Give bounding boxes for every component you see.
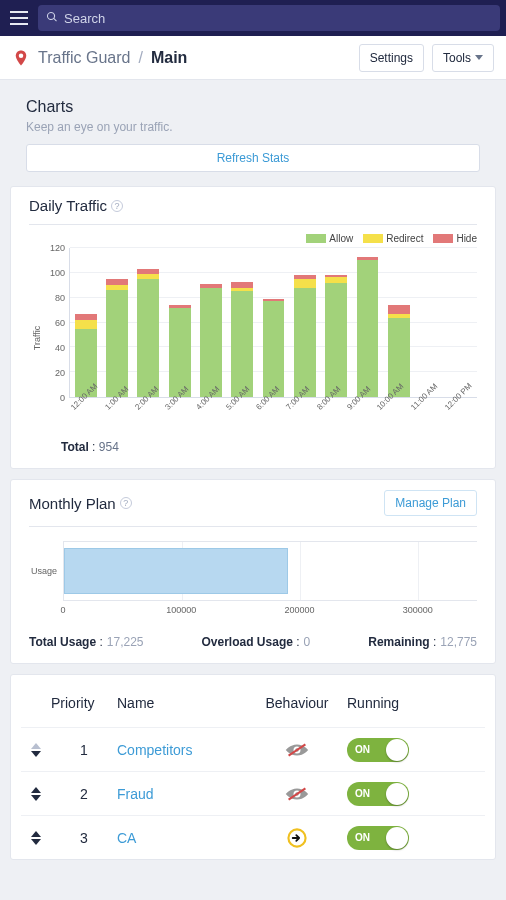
rule-name-link[interactable]: CA <box>117 830 247 846</box>
reorder-handle[interactable] <box>21 831 51 845</box>
running-toggle[interactable]: ON <box>347 782 409 806</box>
reorder-handle[interactable] <box>21 787 51 801</box>
rule-name-link[interactable]: Competitors <box>117 742 247 758</box>
breadcrumb-app[interactable]: Traffic Guard <box>38 49 130 67</box>
behaviour-icon <box>247 740 347 760</box>
settings-button[interactable]: Settings <box>359 44 424 72</box>
refresh-stats-button[interactable]: Refresh Stats <box>26 144 480 172</box>
chart-legend: AllowRedirectHide <box>29 225 477 246</box>
usage-label: Usage <box>29 541 61 601</box>
menu-icon[interactable] <box>6 5 32 31</box>
breadcrumb-separator: / <box>138 49 142 67</box>
priority-value: 3 <box>51 830 117 846</box>
col-name[interactable]: Name <box>117 695 247 711</box>
page-title: Charts <box>10 88 496 120</box>
sort-up-icon <box>31 787 41 793</box>
manage-plan-button[interactable]: Manage Plan <box>384 490 477 516</box>
rule-name-link[interactable]: Fraud <box>117 786 247 802</box>
x-tick: 100000 <box>166 605 196 615</box>
daily-traffic-card: Daily Traffic? AllowRedirectHide Traffic… <box>10 186 496 469</box>
sort-down-icon <box>31 839 41 845</box>
bar-column <box>352 248 383 397</box>
col-behaviour[interactable]: Behaviour <box>247 695 347 711</box>
legend-swatch <box>433 234 453 243</box>
y-tick: 120 <box>50 243 65 253</box>
monthly-title: Monthly Plan <box>29 495 116 512</box>
rules-table: Priority Name Behaviour Running 1 Compet… <box>10 674 496 860</box>
bar-column <box>258 248 289 397</box>
bar-redirect <box>294 279 316 288</box>
bar-column <box>101 248 132 397</box>
bar-allow <box>106 290 128 397</box>
col-running[interactable]: Running <box>347 695 485 711</box>
reorder-handle[interactable] <box>21 743 51 757</box>
running-toggle[interactable]: ON <box>347 738 409 762</box>
bar-allow <box>200 288 222 397</box>
y-tick: 0 <box>60 393 65 403</box>
toggle-knob <box>386 783 408 805</box>
bar-allow <box>169 308 191 397</box>
bar-column <box>133 248 164 397</box>
y-tick: 20 <box>55 368 65 378</box>
breadcrumb-bar: Traffic Guard / Main Settings Tools <box>0 36 506 80</box>
sort-up-icon <box>31 743 41 749</box>
bar-column <box>321 248 352 397</box>
bar-column <box>70 248 101 397</box>
bar-column <box>289 248 320 397</box>
page-subtitle: Keep an eye on your traffic. <box>10 120 496 144</box>
y-tick: 60 <box>55 318 65 328</box>
y-tick: 40 <box>55 343 65 353</box>
tools-label: Tools <box>443 51 471 65</box>
running-toggle[interactable]: ON <box>347 826 409 850</box>
monthly-chart: Usage 0100000200000300000 <box>29 541 477 619</box>
toggle-knob <box>386 827 408 849</box>
search-icon <box>46 9 58 27</box>
bar-allow <box>357 260 379 397</box>
sort-down-icon <box>31 795 41 801</box>
legend-swatch <box>363 234 383 243</box>
usage-bar <box>64 548 288 594</box>
table-row: 3 CA ON <box>21 815 485 859</box>
y-tick: 80 <box>55 293 65 303</box>
daily-total: Total : 954 <box>29 428 477 454</box>
priority-value: 1 <box>51 742 117 758</box>
tools-dropdown[interactable]: Tools <box>432 44 494 72</box>
daily-chart: Traffic 020406080100120 <box>29 248 477 428</box>
search-field[interactable] <box>38 5 500 31</box>
top-bar <box>0 0 506 36</box>
monthly-plan-card: Monthly Plan? Manage Plan Usage 01000002… <box>10 479 496 664</box>
search-input[interactable] <box>64 11 492 26</box>
legend-item: Hide <box>433 233 477 244</box>
bar-allow <box>137 279 159 397</box>
settings-label: Settings <box>370 51 413 65</box>
bar-column <box>446 248 477 397</box>
x-tick: 0 <box>60 605 65 615</box>
behaviour-icon <box>247 784 347 804</box>
sort-down-icon <box>31 751 41 757</box>
col-priority[interactable]: Priority <box>51 695 117 711</box>
app-logo-icon <box>12 49 30 67</box>
legend-swatch <box>306 234 326 243</box>
sort-up-icon <box>31 831 41 837</box>
table-header-row: Priority Name Behaviour Running <box>21 689 485 727</box>
x-tick: 300000 <box>403 605 433 615</box>
help-icon[interactable]: ? <box>111 200 123 212</box>
bar-column <box>164 248 195 397</box>
monthly-stats: Total Usage :17,225 Overload Usage :0 Re… <box>29 623 477 649</box>
bar-redirect <box>75 320 97 329</box>
bar-hide <box>388 305 410 314</box>
legend-item: Redirect <box>363 233 423 244</box>
bar-column <box>227 248 258 397</box>
bar-column <box>383 248 414 397</box>
breadcrumb-current: Main <box>151 49 187 67</box>
toggle-knob <box>386 739 408 761</box>
help-icon[interactable]: ? <box>120 497 132 509</box>
svg-point-0 <box>19 53 24 58</box>
chevron-down-icon <box>475 55 483 60</box>
y-axis-label: Traffic <box>32 326 42 351</box>
bar-column <box>195 248 226 397</box>
table-row: 2 Fraud ON <box>21 771 485 815</box>
bar-allow <box>294 288 316 397</box>
page-body: Charts Keep an eye on your traffic. Refr… <box>0 80 506 868</box>
x-tick: 200000 <box>285 605 315 615</box>
